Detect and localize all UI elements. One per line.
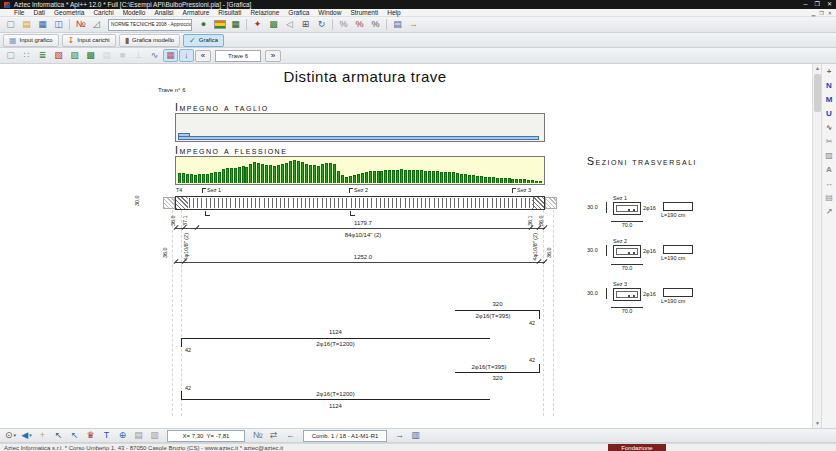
- dimension-icon[interactable]: ↔: [823, 178, 836, 190]
- prev-element-button[interactable]: «: [195, 50, 211, 62]
- section-label: Sez 3: [613, 282, 627, 288]
- mdi-minimize-button[interactable]: ▁: [811, 9, 815, 17]
- text-tool-icon[interactable]: T: [99, 429, 114, 442]
- decimals-icon[interactable]: №: [250, 429, 265, 442]
- menu-item-geometria[interactable]: Geometria: [50, 9, 88, 17]
- menu-item-grafica[interactable]: Grafica: [284, 9, 313, 17]
- materials-icon[interactable]: [212, 18, 227, 31]
- stirrup-shape: [663, 245, 693, 254]
- percent-small-icon[interactable]: %: [336, 18, 351, 31]
- menu-item-armature[interactable]: Armature: [179, 9, 214, 17]
- stirrup-line: [334, 198, 335, 208]
- menu-item-window[interactable]: Window: [314, 9, 345, 17]
- drawing-canvas[interactable]: Distinta armatura trave Trave n° 6 Impeg…: [0, 64, 812, 428]
- vertical-scrollbar[interactable]: ▲ ▼: [812, 64, 821, 428]
- page-copy-icon[interactable]: ▤: [131, 429, 146, 442]
- bending-bar: [249, 164, 252, 183]
- grid-edit-icon[interactable]: ⊞: [298, 18, 313, 31]
- save-all-icon[interactable]: ◫: [51, 18, 66, 31]
- axial-n-icon[interactable]: N: [823, 80, 836, 92]
- section-bars-label: 2φ16: [643, 249, 656, 255]
- bending-bar: [508, 178, 511, 183]
- new-document-icon[interactable]: ▢: [3, 18, 18, 31]
- menu-item-modello[interactable]: Modello: [119, 9, 150, 17]
- pointer-cross-icon[interactable]: +: [823, 66, 836, 78]
- next-combination-icon[interactable]: →: [392, 429, 407, 442]
- export-up-icon[interactable]: ↗: [823, 206, 836, 218]
- schedule-icon[interactable]: ▦: [163, 49, 178, 62]
- results-table-icon[interactable]: ▦: [228, 18, 243, 31]
- menu-item-risultati[interactable]: Risultati: [214, 9, 245, 17]
- current-element-tab[interactable]: Trave 6: [215, 50, 261, 62]
- zoom-back-icon[interactable]: ◀▾: [19, 429, 34, 442]
- norms-dropdown[interactable]: NORME TECNICHE 2008 - Approccio 1 ▾: [108, 19, 192, 31]
- module-badge: Fondazione: [608, 444, 666, 451]
- print-icon[interactable]: ▤: [390, 18, 405, 31]
- save-icon[interactable]: ▦: [35, 18, 50, 31]
- scrollbar-thumb[interactable]: [814, 74, 821, 112]
- globe-icon[interactable]: ⊕: [115, 429, 130, 442]
- zoom-tool-icon[interactable]: ⊙▾: [3, 429, 18, 442]
- coords-mode-icon[interactable]: ⇄: [266, 429, 281, 442]
- units-icon[interactable]: №: [73, 18, 88, 31]
- pan-hand-icon[interactable]: +: [35, 429, 50, 442]
- terrain-icon[interactable]: ▩: [83, 49, 98, 62]
- grafica-modello-button[interactable]: ▮Grafica modello: [119, 34, 180, 47]
- text-abc-icon[interactable]: A: [823, 164, 836, 176]
- stirrup-line: [317, 198, 318, 208]
- stirrup-line: [438, 198, 439, 208]
- select-arrow-icon[interactable]: ↖: [67, 429, 82, 442]
- mdi-close-button[interactable]: ✕: [828, 9, 832, 17]
- map-icon[interactable]: ▨: [67, 49, 82, 62]
- menu-item-strumenti[interactable]: Strumenti: [346, 9, 382, 17]
- menu-item-file[interactable]: File: [10, 9, 28, 17]
- minimize-button[interactable]: ─: [803, 0, 807, 9]
- bending-bar: [277, 165, 280, 183]
- menu-item-carichi[interactable]: Carichi: [89, 9, 117, 17]
- deformation-icon[interactable]: ∿: [823, 122, 836, 134]
- stirrup-line: [504, 198, 505, 208]
- model-colors-icon[interactable]: ▧: [51, 49, 66, 62]
- grafica-button[interactable]: ✓Grafica: [183, 34, 224, 47]
- bending-bar: [317, 166, 320, 183]
- export-icon[interactable]: →: [406, 18, 421, 31]
- input-grafico-button[interactable]: ▦Input grafico: [3, 34, 59, 47]
- bending-bar: [436, 171, 439, 183]
- open-file-icon[interactable]: ▤: [19, 18, 34, 31]
- menu-item-dati[interactable]: Dati: [29, 9, 49, 17]
- shear-u-icon[interactable]: U: [823, 108, 836, 120]
- menu-item-relazione[interactable]: Relazione: [246, 9, 283, 17]
- grid-points-icon[interactable]: ∷: [19, 49, 34, 62]
- refresh-icon[interactable]: ↻: [314, 18, 329, 31]
- bending-bar: [476, 176, 479, 183]
- preview-sheet-icon[interactable]: ▤: [823, 192, 836, 204]
- cut-icon[interactable]: ✂: [823, 136, 836, 148]
- bending-bar: [511, 179, 514, 183]
- layers-icon[interactable]: ≣: [35, 49, 50, 62]
- export-drawing-icon[interactable]: ▥: [408, 429, 423, 442]
- measure-icon[interactable]: ◿: [89, 18, 104, 31]
- section-view-icon[interactable]: ▩: [266, 18, 281, 31]
- run-analysis-icon[interactable]: ●: [196, 18, 211, 31]
- diagram-icon[interactable]: ∿: [147, 49, 162, 62]
- crown-icon[interactable]: ♛: [83, 429, 98, 442]
- prev-combination-icon[interactable]: ←: [283, 429, 298, 442]
- percent-large-icon[interactable]: %: [368, 18, 383, 31]
- mdi-restore-button[interactable]: ❐: [819, 9, 823, 17]
- hatch-icon[interactable]: ▨: [823, 150, 836, 162]
- rebar-pin-icon[interactable]: ↓: [179, 49, 194, 62]
- moment-m-icon[interactable]: M: [823, 94, 836, 106]
- stirrup-line: [214, 198, 215, 208]
- select-plus-icon[interactable]: ↖: [51, 429, 66, 442]
- blank-page-icon[interactable]: ▢: [3, 49, 18, 62]
- input-carichi-button[interactable]: ↧Input carichi: [62, 34, 116, 47]
- next-element-button[interactable]: »: [265, 50, 281, 62]
- menu-item-help[interactable]: Help: [383, 9, 404, 17]
- bending-bar: [424, 171, 427, 183]
- menu-item-analisi[interactable]: Analisi: [150, 9, 177, 17]
- percent-mid-icon[interactable]: %: [352, 18, 367, 31]
- page-zoom-icon[interactable]: ▥: [147, 429, 162, 442]
- section-label: Sez 1: [613, 196, 627, 202]
- tools-icon[interactable]: ✦: [250, 18, 265, 31]
- sound-icon[interactable]: ◁: [282, 18, 297, 31]
